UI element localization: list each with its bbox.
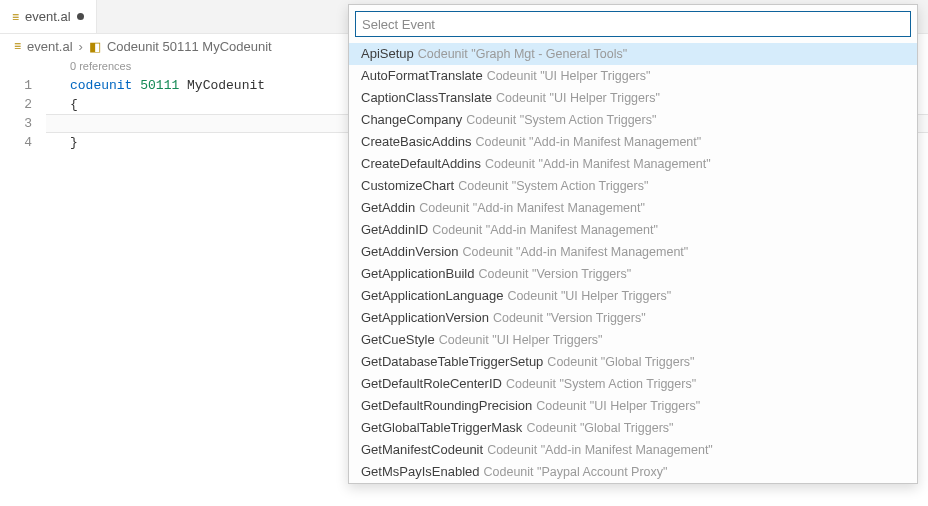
- event-name: CustomizeChart: [361, 175, 454, 197]
- codeunit-icon: ◧: [89, 39, 101, 54]
- event-source: Codeunit "Add-in Manifest Management": [419, 197, 645, 219]
- event-source: Codeunit "Paypal Account Proxy": [484, 461, 668, 483]
- event-name: GetDatabaseTableTriggerSetup: [361, 351, 543, 373]
- event-source: Codeunit "UI Helper Triggers": [496, 87, 660, 109]
- event-source: Codeunit "Add-in Manifest Management": [463, 241, 689, 263]
- codelens-references[interactable]: 0 references: [70, 60, 131, 72]
- event-list-item[interactable]: GetAddinVersion Codeunit "Add-in Manifes…: [349, 241, 917, 263]
- event-source: Codeunit "Add-in Manifest Management": [485, 153, 711, 175]
- event-source: Codeunit "System Action Triggers": [458, 175, 648, 197]
- event-list-item[interactable]: CustomizeChart Codeunit "System Action T…: [349, 175, 917, 197]
- line-number-gutter: 1 2 3 4: [0, 58, 46, 506]
- chevron-right-icon: ›: [79, 39, 83, 54]
- event-search-input[interactable]: [362, 17, 904, 32]
- event-source: Codeunit "UI Helper Triggers": [507, 285, 671, 307]
- event-name: GetApplicationBuild: [361, 263, 474, 285]
- event-list-item[interactable]: GetGlobalTableTriggerMask Codeunit "Glob…: [349, 417, 917, 439]
- event-list-item[interactable]: GetApplicationBuild Codeunit "Version Tr…: [349, 263, 917, 285]
- event-list-item[interactable]: AutoFormatTranslate Codeunit "UI Helper …: [349, 65, 917, 87]
- event-name: AutoFormatTranslate: [361, 65, 483, 87]
- event-list-item[interactable]: GetManifestCodeunit Codeunit "Add-in Man…: [349, 439, 917, 461]
- event-name: GetApplicationVersion: [361, 307, 489, 329]
- event-list-item[interactable]: ChangeCompany Codeunit "System Action Tr…: [349, 109, 917, 131]
- event-source: Codeunit "System Action Triggers": [506, 373, 696, 395]
- al-file-icon: ≡: [12, 10, 19, 24]
- event-source: Codeunit "Add-in Manifest Management": [487, 439, 713, 461]
- event-list-item[interactable]: GetAddin Codeunit "Add-in Manifest Manag…: [349, 197, 917, 219]
- event-source: Codeunit "UI Helper Triggers": [439, 329, 603, 351]
- event-search-field[interactable]: [355, 11, 911, 37]
- editor-tab[interactable]: ≡ event.al: [0, 0, 97, 33]
- event-name: ChangeCompany: [361, 109, 462, 131]
- event-name: ApiSetup: [361, 43, 414, 65]
- tab-filename: event.al: [25, 9, 71, 24]
- line-number: 3: [0, 114, 46, 133]
- event-list-item[interactable]: GetDefaultRoleCenterID Codeunit "System …: [349, 373, 917, 395]
- event-list-item[interactable]: CreateBasicAddins Codeunit "Add-in Manif…: [349, 131, 917, 153]
- event-source: Codeunit "Add-in Manifest Management": [476, 131, 702, 153]
- event-source: Codeunit "Global Triggers": [526, 417, 673, 439]
- event-list-item[interactable]: ApiSetup Codeunit "Graph Mgt - General T…: [349, 43, 917, 65]
- event-list-item[interactable]: GetApplicationLanguage Codeunit "UI Help…: [349, 285, 917, 307]
- event-name: GetManifestCodeunit: [361, 439, 483, 461]
- event-source: Codeunit "Version Triggers": [478, 263, 631, 285]
- event-name: GetGlobalTableTriggerMask: [361, 417, 522, 439]
- event-list: ApiSetup Codeunit "Graph Mgt - General T…: [349, 43, 917, 483]
- event-source: Codeunit "UI Helper Triggers": [536, 395, 700, 417]
- event-source: Codeunit "Version Triggers": [493, 307, 646, 329]
- event-picker: ApiSetup Codeunit "Graph Mgt - General T…: [348, 4, 918, 484]
- line-number: 2: [0, 95, 46, 114]
- event-list-item[interactable]: CaptionClassTranslate Codeunit "UI Helpe…: [349, 87, 917, 109]
- al-file-icon: ≡: [14, 39, 21, 53]
- event-source: Codeunit "UI Helper Triggers": [487, 65, 651, 87]
- event-list-item[interactable]: CreateDefaultAddins Codeunit "Add-in Man…: [349, 153, 917, 175]
- event-source: Codeunit "System Action Triggers": [466, 109, 656, 131]
- line-number: 1: [0, 76, 46, 95]
- event-source: Codeunit "Global Triggers": [547, 351, 694, 373]
- event-name: GetDefaultRoundingPrecision: [361, 395, 532, 417]
- event-name: GetAddinVersion: [361, 241, 459, 263]
- event-name: GetCueStyle: [361, 329, 435, 351]
- event-name: GetDefaultRoleCenterID: [361, 373, 502, 395]
- event-name: GetAddin: [361, 197, 415, 219]
- event-name: CaptionClassTranslate: [361, 87, 492, 109]
- event-list-item[interactable]: GetDefaultRoundingPrecision Codeunit "UI…: [349, 395, 917, 417]
- event-name: CreateBasicAddins: [361, 131, 472, 153]
- event-name: GetAddinID: [361, 219, 428, 241]
- event-source: Codeunit "Add-in Manifest Management": [432, 219, 658, 241]
- dirty-indicator-icon: [77, 13, 84, 20]
- breadcrumb-file[interactable]: event.al: [27, 39, 73, 54]
- event-list-item[interactable]: GetCueStyle Codeunit "UI Helper Triggers…: [349, 329, 917, 351]
- event-name: GetApplicationLanguage: [361, 285, 503, 307]
- event-name: GetMsPayIsEnabled: [361, 461, 480, 483]
- line-number: 4: [0, 133, 46, 152]
- event-list-item[interactable]: GetMsPayIsEnabled Codeunit "Paypal Accou…: [349, 461, 917, 483]
- event-list-item[interactable]: GetApplicationVersion Codeunit "Version …: [349, 307, 917, 329]
- event-list-item[interactable]: GetDatabaseTableTriggerSetup Codeunit "G…: [349, 351, 917, 373]
- event-name: CreateDefaultAddins: [361, 153, 481, 175]
- event-source: Codeunit "Graph Mgt - General Tools": [418, 43, 627, 65]
- event-list-item[interactable]: GetAddinID Codeunit "Add-in Manifest Man…: [349, 219, 917, 241]
- breadcrumb-symbol[interactable]: Codeunit 50111 MyCodeunit: [107, 39, 272, 54]
